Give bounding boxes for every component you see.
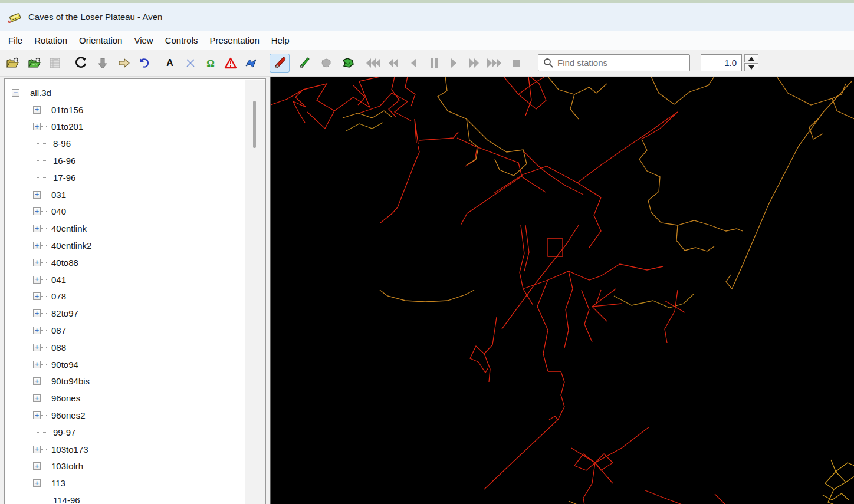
survey-leg — [547, 239, 563, 256]
tree-scrollbar-track[interactable] — [245, 80, 265, 504]
expand-toggle-040[interactable]: + — [33, 207, 41, 215]
presentation-pause-button[interactable] — [426, 55, 442, 71]
open-terrain-button[interactable] — [27, 55, 43, 71]
title-bar[interactable]: Caves of the Loser Plateau - Aven — [0, 3, 854, 31]
presentation-rewind-button[interactable] — [385, 55, 402, 71]
tree-item-40to88[interactable]: +40to88 — [5, 254, 244, 271]
tree-scrollbar-thumb[interactable] — [253, 101, 256, 148]
tree-item-114-96[interactable]: 114-96 — [5, 492, 244, 504]
survey-leg — [583, 463, 595, 504]
tree-item-82to97[interactable]: +82to97 — [5, 305, 244, 322]
menu-help[interactable]: Help — [265, 31, 295, 50]
toggle-rotation-button[interactable] — [73, 55, 90, 71]
tree-item-087[interactable]: +087 — [5, 322, 244, 339]
expand-toggle-078[interactable]: + — [33, 292, 41, 300]
cave-view-canvas[interactable] — [270, 77, 854, 504]
tree-item-96ones2[interactable]: +96ones2 — [5, 407, 244, 424]
expand-toggle-113[interactable]: + — [33, 479, 41, 487]
show-station-names-button[interactable]: A — [162, 55, 178, 71]
tree-item-all.3d[interactable]: −all.3d — [5, 84, 244, 101]
plan-view-button[interactable] — [94, 55, 111, 71]
show-fixed-points-button[interactable] — [222, 55, 239, 71]
expand-toggle-90to94[interactable]: + — [33, 361, 41, 368]
expand-toggle-031[interactable]: + — [33, 191, 41, 199]
expand-toggle-96ones[interactable]: + — [33, 394, 41, 402]
tree-item-041[interactable]: +041 — [5, 271, 244, 288]
menu-view[interactable]: View — [128, 31, 159, 50]
tree-item-label: 17-96 — [53, 173, 75, 183]
presentation-stop-button[interactable] — [508, 55, 524, 71]
main-content: −all.3d+01to156+01to2018-9616-9617-96+03… — [0, 77, 854, 504]
show-crosses-button[interactable] — [182, 55, 199, 71]
tree-item-90to94bis[interactable]: +90to94bis — [5, 373, 244, 390]
expand-toggle-041[interactable]: + — [33, 276, 41, 284]
tree-item-90to94[interactable]: +90to94 — [5, 356, 244, 373]
expand-toggle-90to94bis[interactable]: + — [33, 377, 41, 385]
tree-item-8-96[interactable]: 8-96 — [5, 135, 244, 152]
presentation-fast-forward-button[interactable] — [466, 55, 482, 71]
tree-item-16-96[interactable]: 16-96 — [5, 152, 244, 169]
expand-toggle-40to88[interactable]: + — [33, 259, 41, 266]
menu-orientation[interactable]: Orientation — [73, 31, 128, 50]
presentation-play-back-button[interactable] — [405, 55, 422, 71]
tree-item-078[interactable]: +078 — [5, 288, 244, 305]
tree-item-01to156[interactable]: +01to156 — [5, 101, 244, 118]
tree-item-088[interactable]: +088 — [5, 339, 244, 356]
expand-toggle-96ones2[interactable]: + — [33, 411, 41, 419]
scale-increase-button[interactable] — [744, 54, 758, 62]
collapse-toggle-all.3d[interactable]: − — [12, 89, 19, 97]
tree-stub — [41, 228, 47, 229]
menu-rotation[interactable]: Rotation — [28, 31, 73, 50]
tree-item-040[interactable]: +040 — [5, 203, 244, 220]
show-terrain-button[interactable] — [340, 55, 356, 71]
play-icon — [451, 58, 458, 68]
restore-default-view-button[interactable] — [136, 55, 152, 71]
survey-leg — [525, 77, 531, 116]
scale-value-field[interactable]: 1.0 — [701, 54, 742, 71]
presentation-play-button[interactable] — [446, 55, 462, 71]
survey-leg — [353, 85, 365, 105]
find-stations-input[interactable] — [557, 58, 685, 68]
tree-item-103to173[interactable]: +103to173 — [5, 441, 244, 458]
survey-leg — [726, 81, 852, 289]
menu-controls[interactable]: Controls — [159, 31, 204, 50]
tree-item-96ones[interactable]: +96ones — [5, 390, 244, 407]
survey-leg — [589, 197, 601, 248]
tree-item-99-97[interactable]: 99-97 — [5, 424, 244, 441]
tree-item-17-96[interactable]: 17-96 — [5, 169, 244, 186]
expand-toggle-01to201[interactable]: + — [33, 123, 41, 130]
tree-item-40entlink[interactable]: +40entlink — [5, 220, 244, 237]
fixed-points-triangle-icon — [224, 57, 237, 70]
show-surface-legs-button[interactable] — [295, 55, 312, 71]
expand-toggle-40entlink[interactable]: + — [33, 225, 41, 232]
show-entrances-button[interactable]: Ω — [202, 55, 219, 71]
survey-leg — [537, 280, 548, 371]
tree-item-label: 90to94bis — [51, 376, 90, 386]
scale-decrease-button[interactable] — [744, 63, 758, 71]
expand-toggle-103tolrh[interactable]: + — [33, 462, 41, 470]
show-underground-legs-button[interactable] — [270, 54, 290, 73]
presentation-go-start-button[interactable] — [365, 55, 382, 71]
expand-toggle-088[interactable]: + — [33, 344, 41, 351]
expand-toggle-82to97[interactable]: + — [33, 309, 41, 317]
show-tubes-button[interactable] — [318, 55, 334, 71]
presentation-go-end-button[interactable] — [486, 55, 502, 71]
tree-stub — [41, 449, 47, 450]
expand-toggle-087[interactable]: + — [33, 327, 41, 334]
tree-item-113[interactable]: +113 — [5, 475, 244, 492]
elevation-view-button[interactable] — [116, 55, 132, 71]
tree-item-01to201[interactable]: +01to201 — [5, 118, 244, 136]
menu-presentation[interactable]: Presentation — [204, 31, 265, 50]
menu-file[interactable]: File — [2, 31, 28, 50]
tree-stub — [41, 211, 47, 212]
expand-toggle-01to156[interactable]: + — [33, 106, 41, 114]
open-button[interactable] — [5, 55, 21, 71]
tree-item-031[interactable]: +031 — [5, 186, 244, 203]
expand-toggle-40entlink2[interactable]: + — [33, 242, 41, 249]
tree-item-103tolrh[interactable]: +103tolrh — [5, 458, 244, 475]
plan-down-arrow-icon — [96, 57, 109, 70]
tree-item-40entlink2[interactable]: +40entlink2 — [5, 237, 244, 254]
show-exported-points-button[interactable] — [242, 55, 259, 71]
show-log-button[interactable] — [47, 55, 63, 71]
expand-toggle-103to173[interactable]: + — [33, 446, 41, 453]
